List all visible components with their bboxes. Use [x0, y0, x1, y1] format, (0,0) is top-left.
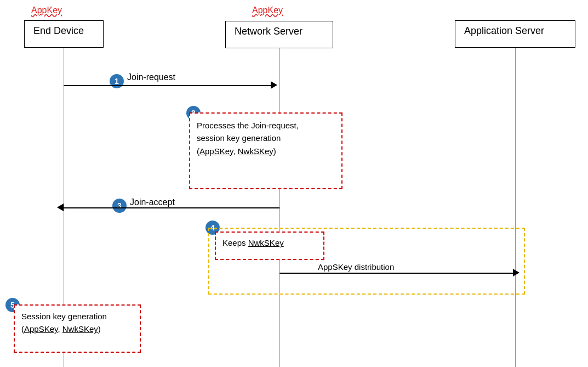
- lifeline-application-server: [515, 48, 516, 367]
- step1-arrowhead: [271, 81, 277, 89]
- appkey-label-network-server: AppKey: [252, 5, 283, 15]
- step4-inner-text: Keeps NwkSKey: [222, 237, 317, 250]
- step5-box: Session key generation (AppSKey, NwkSKey…: [14, 304, 141, 353]
- step-badge-3: 3: [112, 199, 127, 213]
- step3-arrowhead: [57, 204, 64, 211]
- step1-arrow: [64, 85, 273, 86]
- step1-label: Join-request: [127, 72, 175, 82]
- lifeline-network-server: [279, 48, 280, 367]
- step4-arrow-label: AppSKey distribution: [318, 262, 394, 272]
- actor-end-device: End Device: [24, 20, 104, 48]
- actor-application-server: Application Server: [455, 20, 575, 48]
- step3-label: Join-accept: [130, 197, 175, 207]
- step2-box: Processes the Join-request, session key …: [189, 112, 342, 189]
- step3-arrow: [64, 207, 279, 208]
- actor-network-server: Network Server: [225, 21, 333, 48]
- diagram: AppKey AppKey End Device Network Server …: [0, 0, 588, 367]
- step4-arrowhead: [513, 269, 520, 276]
- appkey-label-end-device: AppKey: [31, 5, 62, 15]
- step4-inner-box: Keeps NwkSKey: [215, 232, 324, 260]
- step2-text: Processes the Join-request, session key …: [197, 119, 335, 157]
- step-badge-1: 1: [110, 74, 124, 88]
- step4-arrow: [279, 273, 515, 274]
- step5-text: Session key generation (AppSKey, NwkSKey…: [21, 310, 133, 336]
